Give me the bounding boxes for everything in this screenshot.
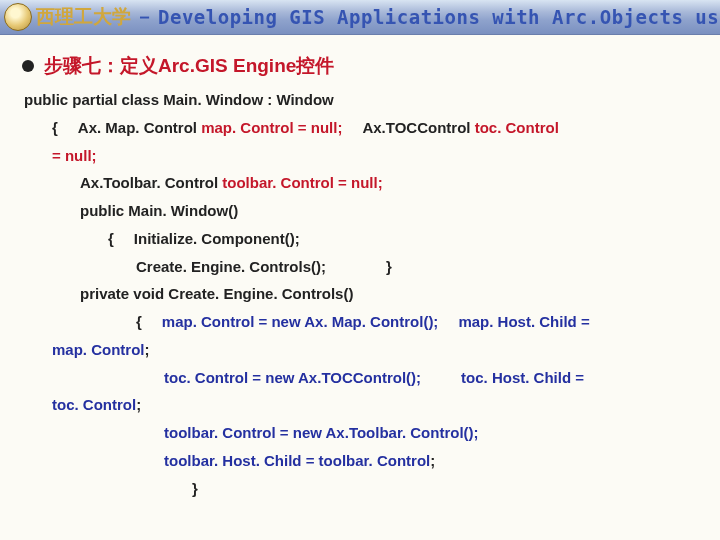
code-line: map. Control; bbox=[24, 339, 696, 361]
course-title: Developing GIS Applications with Arc.Obj… bbox=[158, 6, 720, 28]
slide: 西理工大学 － Developing GIS Applications with… bbox=[0, 0, 720, 540]
code-line: public Main. Window() bbox=[24, 200, 696, 222]
university-logo-icon bbox=[4, 3, 32, 31]
step-heading: 步骤七：定义Arc.GIS Engine控件 bbox=[22, 53, 720, 79]
code-line: Ax.Toolbar. Control toolbar. Control = n… bbox=[24, 172, 696, 194]
code-block: public partial class Main. Window : Wind… bbox=[0, 89, 720, 499]
code-line: {map. Control = new Ax. Map. Control();m… bbox=[24, 311, 696, 333]
code-line: } bbox=[24, 478, 696, 500]
code-line: Create. Engine. Controls();} bbox=[24, 256, 696, 278]
code-line: private void Create. Engine. Controls() bbox=[24, 283, 696, 305]
code-line: {Initialize. Component(); bbox=[24, 228, 696, 250]
code-line: {Ax. Map. Control map. Control = null;Ax… bbox=[24, 117, 696, 139]
step-heading-text: 步骤七：定义Arc.GIS Engine控件 bbox=[44, 53, 334, 79]
slide-header: 西理工大学 － Developing GIS Applications with… bbox=[0, 0, 720, 35]
separator: － bbox=[135, 4, 154, 30]
bullet-icon bbox=[22, 60, 34, 72]
code-line: toolbar. Host. Child = toolbar. Control; bbox=[24, 450, 696, 472]
code-line: toolbar. Control = new Ax.Toolbar. Contr… bbox=[24, 422, 696, 444]
university-name: 西理工大学 bbox=[36, 4, 131, 30]
code-line: toc. Control = new Ax.TOCControl();toc. … bbox=[24, 367, 696, 389]
code-line: public partial class Main. Window : Wind… bbox=[24, 89, 696, 111]
code-line: = null; bbox=[24, 145, 696, 167]
code-line: toc. Control; bbox=[24, 394, 696, 416]
